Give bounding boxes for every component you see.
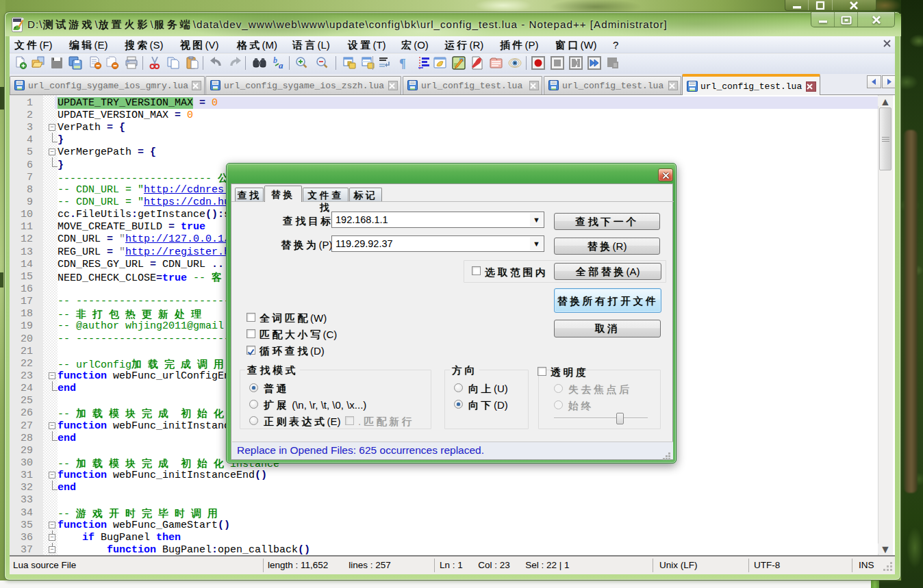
svg-text:b: b bbox=[273, 56, 277, 65]
svg-text:a: a bbox=[279, 60, 283, 70]
svg-text:¶: ¶ bbox=[399, 57, 406, 70]
